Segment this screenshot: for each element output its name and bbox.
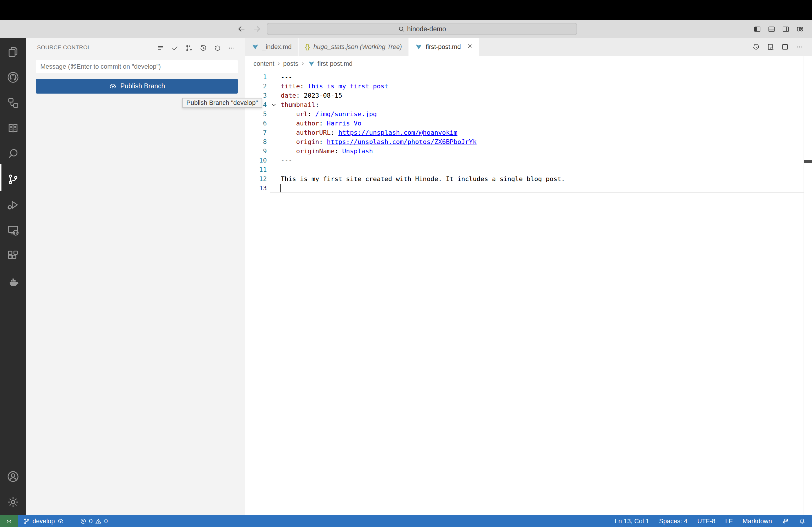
editor-more-actions-icon[interactable] (796, 43, 803, 51)
settings-gear-icon[interactable] (7, 496, 19, 509)
breadcrumb-item[interactable]: first-post.md (318, 60, 353, 67)
refresh-icon[interactable] (214, 44, 221, 52)
code-line[interactable]: authorURL: https://unsplash.com/@hoanvok… (270, 128, 804, 137)
indentation-item[interactable]: Spaces: 4 (659, 517, 687, 525)
line-number: 6 (245, 119, 267, 128)
code-line[interactable] (270, 165, 804, 175)
publish-branch-label: Publish Branch (120, 82, 165, 90)
editor-area: _index.md {} hugo_stats.json (Working Tr… (245, 38, 812, 515)
breadcrumb-item[interactable]: posts (283, 60, 299, 67)
tab-hugo-stats-json[interactable]: {} hugo_stats.json (Working Tree) (299, 38, 409, 56)
problems-status-item[interactable]: 0 0 (80, 517, 108, 525)
commit-check-icon[interactable] (171, 44, 179, 52)
tab-first-post-md[interactable]: first-post.md (409, 38, 479, 56)
line-numbers-gutter: 12345678910111213 (245, 72, 267, 193)
extensions-icon[interactable] (7, 250, 19, 262)
markdown-file-icon (308, 60, 315, 67)
active-view-indicator (0, 164, 1, 191)
search-icon (398, 26, 405, 32)
overview-ruler-cursor-mark (804, 160, 812, 163)
remote-explorer-icon[interactable] (7, 224, 19, 237)
code-line[interactable]: origin: https://unsplash.com/photos/ZX6B… (270, 137, 804, 147)
code-line[interactable]: originName: Unsplash (270, 147, 804, 156)
branch-name: develop (32, 517, 55, 525)
explorer-icon[interactable] (7, 45, 19, 58)
code-line[interactable]: This is my first site created with Hinod… (270, 175, 804, 184)
fold-chevron-icon[interactable] (270, 100, 277, 109)
view-as-list-icon[interactable] (157, 44, 164, 52)
overview-ruler-border (803, 56, 804, 515)
command-center-search[interactable]: hinode-demo (267, 23, 577, 35)
commit-message-input[interactable]: Message (⌘Enter to commit on "develop") (36, 60, 238, 73)
encoding-item[interactable]: UTF-8 (697, 517, 715, 525)
line-number: 10 (245, 156, 267, 165)
create-branch-icon[interactable] (185, 44, 193, 52)
more-actions-icon[interactable] (228, 44, 235, 52)
notifications-bell-icon[interactable] (799, 518, 806, 525)
open-changes-icon[interactable] (767, 43, 774, 51)
chevron-right-icon (300, 61, 305, 66)
code-line[interactable]: date: 2023-08-15 (270, 91, 804, 100)
title-bar: hinode-demo (0, 20, 812, 38)
source-control-icon[interactable] (7, 173, 19, 186)
line-number: 13 (245, 184, 267, 193)
code-line[interactable]: author: Harris Vo (270, 119, 804, 128)
git-branch-icon (23, 518, 30, 525)
code-line[interactable]: url: /img/sunrise.jpg (270, 109, 804, 119)
back-arrow-icon[interactable] (237, 25, 246, 33)
account-icon[interactable] (7, 470, 19, 483)
code-line[interactable]: title: This is my first post (270, 82, 804, 91)
source-control-sidebar: SOURCE CONTROL Message (⌘Enter to commit… (26, 38, 245, 515)
search-view-icon[interactable] (7, 148, 19, 160)
code-line[interactable]: --- (270, 72, 804, 82)
timeline-history-icon[interactable] (752, 43, 760, 51)
remote-indicator[interactable] (0, 515, 18, 527)
chevron-right-icon (276, 61, 281, 66)
menu-bar-strip (0, 0, 812, 20)
status-bar: develop 0 0 Ln 13, Col 1 Spaces: 4 UTF-8… (0, 515, 812, 527)
split-editor-icon[interactable] (781, 43, 789, 51)
code-line[interactable]: --- (270, 156, 804, 165)
publish-branch-tooltip: Publish Branch "develop" (182, 98, 262, 108)
publish-branch-button[interactable]: Publish Branch (36, 79, 238, 94)
publish-cloud-icon (57, 518, 64, 525)
text-cursor (280, 184, 281, 192)
code-content[interactable]: ---title: This is my first postdate: 202… (270, 72, 804, 193)
toggle-secondary-sidebar-icon[interactable] (782, 25, 790, 33)
forward-arrow-icon[interactable] (252, 25, 261, 33)
markdown-file-icon (415, 43, 422, 51)
warning-icon (95, 518, 102, 525)
indent-guide (281, 109, 281, 156)
docker-icon[interactable] (7, 275, 19, 288)
line-number: 12 (245, 175, 267, 184)
breadcrumb-item[interactable]: content (253, 60, 274, 67)
code-line[interactable]: thumbnail: (270, 100, 804, 109)
hierarchy-icon[interactable] (7, 96, 19, 109)
toggle-panel-icon[interactable] (768, 25, 775, 33)
language-mode-item[interactable]: Markdown (743, 517, 772, 525)
markdown-file-icon (252, 43, 259, 51)
activity-bar (0, 38, 26, 515)
feedback-icon[interactable] (782, 518, 789, 525)
close-tab-icon[interactable] (467, 43, 473, 51)
tab-index-md[interactable]: _index.md (245, 38, 299, 56)
eol-item[interactable]: LF (725, 517, 733, 525)
line-number: 7 (245, 128, 267, 137)
customize-layout-icon[interactable] (796, 25, 804, 33)
cursor-position-item[interactable]: Ln 13, Col 1 (615, 517, 649, 525)
command-center-label: hinode-demo (407, 25, 446, 33)
line-number: 9 (245, 147, 267, 156)
github-icon[interactable] (7, 71, 19, 84)
remote-icon (5, 517, 13, 525)
book-icon[interactable] (7, 122, 19, 135)
line-number: 11 (245, 165, 267, 175)
error-count: 0 (89, 517, 92, 525)
toggle-primary-sidebar-icon[interactable] (753, 25, 761, 33)
history-icon[interactable] (200, 44, 207, 52)
error-icon (80, 518, 87, 525)
vscode-window: hinode-demo (0, 0, 812, 527)
branch-status-item[interactable]: develop (23, 517, 64, 525)
run-debug-icon[interactable] (7, 198, 19, 211)
code-line[interactable] (270, 184, 804, 193)
warning-count: 0 (104, 517, 107, 525)
